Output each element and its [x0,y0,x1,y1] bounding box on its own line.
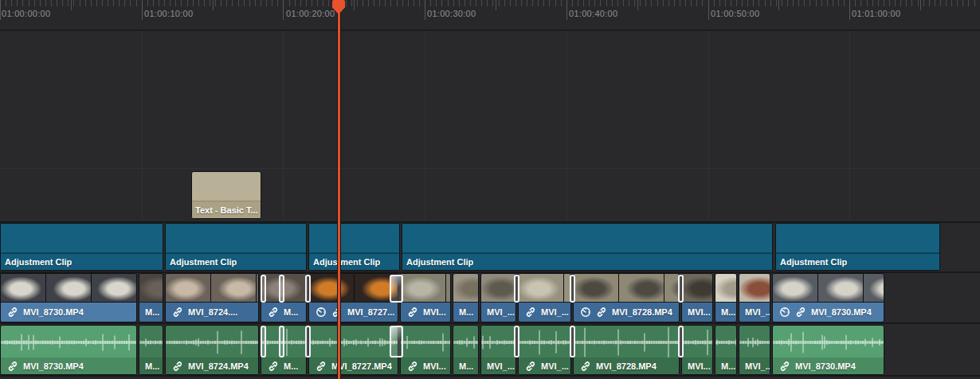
ruler-tick-5s [496,0,496,10]
ruler-tick [459,0,460,6]
video-clip-thumbnails [1,274,136,303]
timeline-ruler[interactable]: 01:00:00:0001:00:10:0001:00:20:0001:00:3… [0,0,980,29]
video-clip[interactable]: MVI_8730.MP4 [0,273,137,322]
adjustment-clip[interactable]: Adjustment Clip [0,223,163,271]
audio-clip[interactable]: MVI_8724.MP4 [165,325,259,375]
edit-point-marker[interactable] [570,275,575,303]
video-clip[interactable]: M... [453,273,479,322]
ruler-tick [561,0,562,6]
video-clip-label: M... [139,302,163,322]
video-thumbnail [309,274,355,303]
audio-clip[interactable]: MVI_... [480,325,516,375]
audio-clip[interactable]: MVI... [681,325,713,375]
edit-point-marker[interactable] [305,275,311,303]
audio-clip[interactable]: M... [453,325,479,375]
video-clip[interactable]: MVI_8727... [308,273,398,322]
ruler-tick-5s [354,0,355,10]
ruler-tick [465,0,465,6]
ruler-tick [249,0,250,6]
audio-clip-label: M... [715,358,736,374]
link-icon [779,361,790,372]
video-clip[interactable]: MVI_... [480,273,516,322]
audio-clip[interactable]: M... [139,325,163,375]
video-clip[interactable]: MVI_8724.... [165,273,259,322]
video-clip[interactable]: MVI... [681,273,713,322]
link-icon [316,361,327,372]
ruler-tick [731,0,731,6]
ruler-tick [453,0,454,6]
edit-point-marker[interactable] [261,275,266,303]
audio-waveform [715,326,737,359]
edit-point-marker[interactable] [305,326,311,358]
audio-clip-name: MVI_... [739,361,770,371]
audio-clip-label: MVI_8724.MP4 [166,358,258,374]
audio-clip[interactable]: MVI_8727.MP4 [308,325,398,375]
ruler-tick [878,0,879,6]
ruler-tick [68,0,69,6]
edit-point-marker[interactable] [678,326,684,358]
video-clip-label: MVI_8728.MP4 [574,302,679,322]
link-icon [268,361,279,372]
edit-point-marker-wide[interactable] [390,326,403,358]
edit-point-marker[interactable] [678,275,684,303]
audio-clip[interactable]: MVI_... [739,325,770,375]
edit-point-marker[interactable] [570,326,575,358]
audio-clip[interactable]: MVI_8730.MP4 [0,325,137,375]
audio-clip-name: MVI_... [481,361,515,371]
edit-point-marker[interactable] [279,275,284,303]
video-clip[interactable]: M... [715,273,737,322]
video-clip[interactable]: MVI_8730.MP4 [772,273,884,322]
playhead-line[interactable] [338,0,340,379]
ruler-tick [430,0,431,6]
text-clip[interactable]: Text - Basic T... [191,171,261,219]
edit-point-marker[interactable] [261,326,266,358]
video-clip-name: MVI... [423,307,446,317]
ruler-tick [782,0,782,6]
ruler-tick [193,0,194,6]
video-clip[interactable]: MVI_... [739,273,770,322]
audio-waveform [519,326,571,359]
adjustment-clip[interactable]: Adjustment Clip [402,223,773,271]
ruler-tick [923,0,924,6]
ruler-tick [102,0,103,6]
video-clip-thumbnails [519,274,570,303]
ruler-tick [606,0,607,6]
adjustment-clip[interactable]: Adjustment Clip [308,223,400,271]
ruler-tick [170,0,171,6]
ruler-tick [572,0,573,6]
audio-clip[interactable]: MVI_8728.MP4 [573,325,680,375]
ruler-tick [187,0,188,6]
ruler-tick [685,0,686,6]
video-clip-label: MVI_... [481,302,515,322]
track-separator [0,272,980,273]
video-clip[interactable]: MVI_8728.MP4 [573,273,680,322]
edit-point-marker[interactable] [514,275,519,303]
audio-clip[interactable]: M... [715,325,737,375]
ruler-tick [113,0,114,6]
edit-point-marker[interactable] [279,326,284,358]
audio-waveform [401,326,451,359]
ruler-tick [935,0,935,6]
ruler-tick [510,0,511,6]
edit-point-marker-wide[interactable] [390,275,403,303]
video-thumbnail [446,274,450,303]
ruler-tick [11,0,12,6]
audio-clip[interactable]: MVI_... [518,325,571,375]
ruler-tick [702,0,703,6]
adjustment-clip[interactable]: Adjustment Clip [165,223,307,271]
edit-point-marker[interactable] [514,326,519,358]
audio-clip-name: MVI_8728.MP4 [596,361,657,371]
audio-clip[interactable]: MVI... [400,325,451,375]
audio-clip-name: MVI_8730.MP4 [23,361,84,371]
ruler-tick [351,0,352,6]
audio-clip[interactable]: MVI_8730.MP4 [772,325,884,375]
video-clip[interactable]: M... [139,273,163,322]
video-clip[interactable]: MVI... [400,273,451,322]
video-clip-name: MVI... [682,307,711,317]
adjustment-clip[interactable]: Adjustment Clip [775,223,940,271]
ruler-tick [499,0,500,6]
ruler-tick [130,0,131,6]
audio-clip-name: MVI_8727.MP4 [331,361,392,371]
video-clip[interactable]: MVI_... [518,273,571,322]
link-icon [525,307,536,318]
